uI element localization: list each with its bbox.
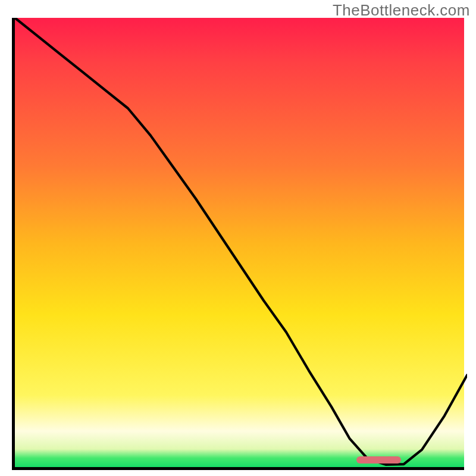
optimum-marker: [356, 456, 402, 464]
chart-frame: TheBottleneck.com: [0, 0, 476, 476]
plot-area: [12, 18, 464, 470]
watermark-text: TheBottleneck.com: [333, 1, 470, 20]
gradient-background: [15, 18, 464, 467]
